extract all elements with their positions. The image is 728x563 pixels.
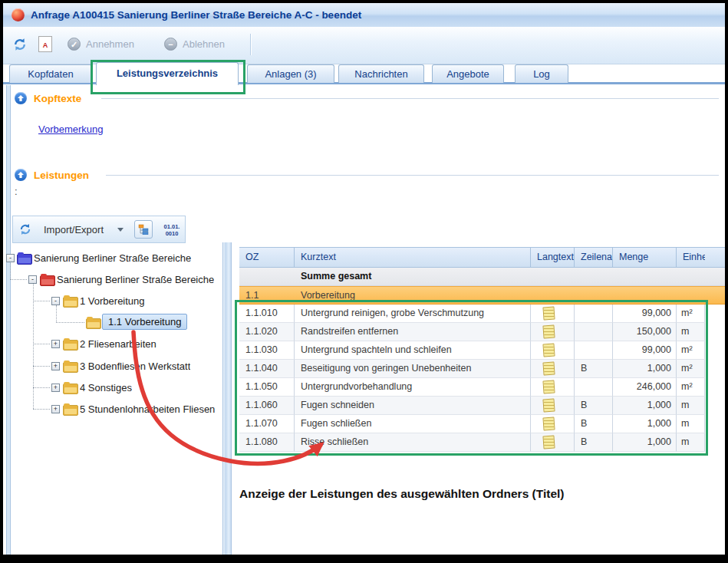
title-bar: Anfrage A100415 Sanierung Berliner Straß… — [3, 3, 725, 28]
tree-expander[interactable]: + — [51, 362, 60, 370]
tree-connector — [10, 261, 11, 279]
folder-icon-blue — [17, 254, 32, 265]
tree-expander[interactable]: - — [6, 254, 15, 262]
tree-expander[interactable]: - — [51, 297, 60, 305]
tab-nachrichten[interactable]: Nachrichten — [338, 64, 424, 83]
reject-minus-icon[interactable]: − — [164, 38, 177, 51]
refresh-icon[interactable] — [13, 38, 27, 54]
screenshot-frame: Anfrage A100415 Sanierung Berliner Straß… — [0, 0, 728, 563]
accept-check-icon[interactable]: ✓ — [68, 38, 81, 51]
column-header-kurztext[interactable]: Kurztext — [295, 248, 531, 267]
folder-icon-yellow — [63, 362, 78, 373]
tree-expander[interactable]: + — [51, 340, 60, 348]
tree-connector — [33, 409, 50, 410]
highlight-box-tab — [91, 60, 245, 94]
tree-item-4-sonstiges[interactable]: 4 Sonstiges — [80, 382, 132, 393]
import-export-button[interactable]: Import/Export — [44, 224, 104, 235]
highlight-box-table — [235, 300, 708, 456]
section-collapse-arrow-icon[interactable] — [15, 169, 27, 181]
tree-item-1-vorbereitung[interactable]: 1 Vorbereitung — [80, 295, 145, 307]
tree-connector — [33, 387, 50, 388]
folder-icon-red — [40, 275, 55, 286]
tree-connector — [33, 344, 50, 344]
lv-toolbar: Import/Export 01.01. 0010 — [12, 216, 186, 243]
table-header: OZ Kurztext Langtext Zeilenart Menge Ein… — [239, 247, 725, 268]
left-edge-strip — [6, 85, 11, 555]
tab-log[interactable]: Log — [515, 64, 568, 83]
column-header-langtext[interactable]: Langtext — [531, 248, 575, 267]
section-rule — [106, 175, 719, 176]
annotation-caption: Anzeige der Leistungen des ausgewählten … — [239, 487, 564, 501]
date-format-icon[interactable]: 01.01. 0010 — [157, 223, 186, 237]
tree-view-button[interactable] — [134, 220, 153, 239]
section-title-leistungen: Leistungen — [34, 170, 89, 181]
tree-connector — [56, 305, 57, 322]
column-header-filler — [705, 248, 725, 267]
vorbemerkung-link[interactable]: Vorbemerkung — [38, 123, 104, 135]
group-oz: 1.1 — [245, 290, 259, 301]
app-icon — [12, 8, 25, 21]
summary-label: Summe gesamt — [301, 271, 371, 282]
section-collapse-arrow-icon[interactable] — [15, 92, 27, 104]
tree-expander[interactable]: + — [51, 384, 60, 392]
column-header-zeilenart[interactable]: Zeilenart — [575, 248, 613, 267]
column-header-menge[interactable]: Menge — [613, 248, 677, 267]
tree-connector — [10, 279, 27, 280]
panel-splitter[interactable] — [222, 242, 232, 555]
tree-item-2-fliesenarbeiten[interactable]: 2 Fliesenarbeiten — [80, 338, 156, 350]
section-rule — [101, 98, 719, 99]
folder-icon-yellow — [63, 340, 78, 351]
folder-icon-yellow — [63, 297, 78, 308]
hierarchy-icon — [138, 224, 149, 235]
folder-icon-yellow — [63, 384, 78, 394]
tree-connector — [33, 284, 34, 409]
tree-item-root[interactable]: Sanierung Berliner Straße Bereiche — [34, 252, 191, 264]
tree-item-5-stundenlohn[interactable]: 5 Stundenlohnarbeiten Fliesen — [80, 403, 215, 415]
date-format-line1: 01.01. — [157, 223, 186, 230]
tab-angebote[interactable]: Angebote — [432, 64, 504, 83]
main-toolbar: A ✓ Annehmen − Ablehnen — [3, 27, 725, 64]
section-title-kopftexte: Kopftexte — [34, 93, 81, 104]
tree-item-3-bodenfliesen[interactable]: 3 Bodenfliesen Werkstatt — [80, 361, 190, 372]
tree-connector — [33, 301, 50, 301]
tree-item-1-1-vorbereitung-selected[interactable]: 1.1 Vorbereitung — [102, 314, 187, 330]
column-header-oz[interactable]: OZ — [239, 248, 295, 267]
chevron-down-icon[interactable] — [117, 228, 124, 232]
tree-connector — [33, 366, 50, 367]
leistungen-colon-text: : — [15, 186, 18, 197]
toolbar-separator — [250, 34, 252, 55]
tab-kopfdaten[interactable]: Kopfdaten — [9, 64, 92, 83]
tab-anlagen[interactable]: Anlagen (3) — [247, 64, 334, 83]
refresh-icon[interactable] — [19, 223, 31, 239]
tree-item-lv[interactable]: Sanierung Berliner Straße Bereiche — [57, 274, 214, 285]
group-kurztext: Vorbereitung — [301, 290, 355, 301]
reject-button[interactable]: Ablehnen — [183, 38, 225, 50]
folder-icon-yellow — [86, 318, 101, 329]
window-title: Anfrage A100415 Sanierung Berliner Straß… — [31, 9, 361, 21]
application-window: Anfrage A100415 Sanierung Berliner Straß… — [3, 3, 725, 555]
folder-icon-yellow — [63, 405, 78, 416]
table-summary-row[interactable]: Summe gesamt — [239, 268, 725, 286]
accept-button[interactable]: Annehmen — [86, 38, 134, 50]
pdf-export-icon[interactable]: A — [38, 36, 52, 52]
column-header-einheit[interactable]: Einheit — [677, 248, 705, 267]
tree-expander[interactable]: - — [28, 275, 37, 284]
tree-expander[interactable]: + — [51, 405, 60, 413]
date-format-line2: 0010 — [157, 230, 186, 237]
tree-connector — [56, 322, 84, 323]
